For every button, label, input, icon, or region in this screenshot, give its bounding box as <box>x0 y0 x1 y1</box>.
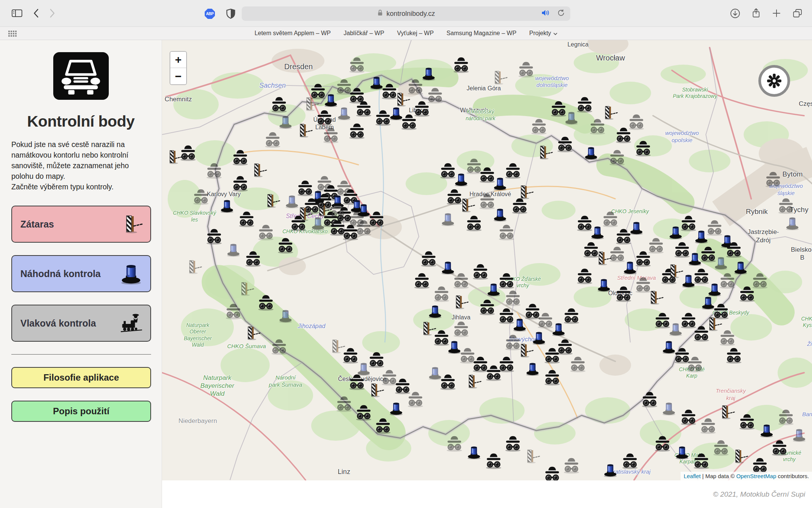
map-marker-spy[interactable] <box>504 162 522 178</box>
map-marker-beacon[interactable] <box>792 427 807 442</box>
map-marker-beacon[interactable] <box>226 243 241 257</box>
map-marker-beacon[interactable] <box>584 146 599 160</box>
bookmark-item[interactable]: Vyťukej – WP <box>397 30 434 37</box>
map-marker-spy[interactable] <box>628 113 645 130</box>
map-marker-spy[interactable] <box>569 356 587 372</box>
map-marker-spy[interactable] <box>725 241 743 258</box>
map-marker-spy[interactable] <box>563 307 580 324</box>
map-marker-spy[interactable] <box>719 329 736 346</box>
map-marker-spy[interactable] <box>179 144 197 161</box>
map-marker-barrier[interactable] <box>466 372 482 390</box>
map-marker-beacon[interactable] <box>733 260 748 274</box>
nahodna-kontrola-button[interactable]: Náhodná kontrola <box>11 255 151 292</box>
map-marker-barrier[interactable] <box>538 143 553 161</box>
map-marker-spy[interactable] <box>556 338 574 355</box>
zoom-out-button[interactable]: − <box>170 68 186 84</box>
map-marker-beacon[interactable] <box>603 463 618 477</box>
map-marker-beacon[interactable] <box>675 445 690 460</box>
vlakova-kontrola-button[interactable]: Vlaková kontrola <box>11 305 151 342</box>
map-marker-beacon[interactable] <box>421 67 436 81</box>
map-marker-spy[interactable] <box>439 373 457 390</box>
zataras-button[interactable]: Zátaras <box>11 206 151 243</box>
map-marker-barrier[interactable] <box>492 68 508 87</box>
map-marker-spy[interactable] <box>504 435 522 452</box>
map-marker-spy[interactable] <box>693 452 710 469</box>
map-marker-spy[interactable] <box>374 417 392 434</box>
map-marker-spy[interactable] <box>621 452 639 469</box>
map-marker-spy[interactable] <box>342 347 359 364</box>
map-marker-spy[interactable] <box>654 435 671 452</box>
map-marker-spy[interactable] <box>556 135 574 152</box>
map-marker-spy[interactable] <box>615 285 632 302</box>
map-marker-spy[interactable] <box>225 303 242 319</box>
map-marker-beacon[interactable] <box>785 216 800 231</box>
map-marker-spy[interactable] <box>686 356 704 372</box>
map-marker-spy[interactable] <box>452 56 470 73</box>
map-marker-spy[interactable] <box>725 347 743 364</box>
map-marker-barrier[interactable] <box>304 95 319 113</box>
map-marker-spy[interactable] <box>270 338 288 355</box>
leaflet-link[interactable]: Leaflet <box>684 473 701 479</box>
map-marker-spy[interactable] <box>232 175 249 192</box>
map-marker-beacon[interactable] <box>278 115 293 129</box>
map-marker-spy[interactable] <box>244 250 262 266</box>
map-marker-beacon[interactable] <box>428 304 443 319</box>
map-marker-spy[interactable] <box>777 197 795 214</box>
filosofie-aplikace-button[interactable]: Filosofie aplikace <box>11 367 151 388</box>
map-marker-spy[interactable] <box>777 409 795 425</box>
map-marker-spy[interactable] <box>232 149 249 165</box>
map-marker-spy[interactable] <box>426 87 444 104</box>
popis-pouziti-button[interactable]: Popis použití <box>11 401 151 422</box>
sidebar-toggle-icon[interactable] <box>11 9 23 18</box>
map-marker-beacon[interactable] <box>564 110 579 125</box>
adblock-abp-icon[interactable]: ABP <box>205 9 215 19</box>
map-marker-spy[interactable] <box>641 391 658 407</box>
map-marker-spy[interactable] <box>205 228 223 245</box>
settings-gear-button[interactable] <box>758 65 790 97</box>
map-marker-beacon[interactable] <box>629 220 644 235</box>
map-marker-spy[interactable] <box>608 149 626 165</box>
map-marker-barrier[interactable] <box>252 161 267 179</box>
map-marker-spy[interactable] <box>479 193 496 209</box>
map-marker-spy[interactable] <box>465 215 483 231</box>
tab-overview-icon[interactable] <box>792 8 803 18</box>
map-marker-spy[interactable] <box>530 118 548 135</box>
map-marker-barrier[interactable] <box>720 403 735 421</box>
map-marker-spy[interactable] <box>485 364 502 381</box>
map-marker-beacon[interactable] <box>310 216 326 231</box>
map-marker-spy[interactable] <box>602 210 619 227</box>
favorites-grid-icon[interactable] <box>8 31 17 37</box>
map-marker-beacon[interactable] <box>713 256 729 270</box>
map-marker-spy[interactable] <box>706 219 723 236</box>
map-marker-spy[interactable] <box>446 435 463 452</box>
share-icon[interactable] <box>752 8 761 19</box>
bookmark-item[interactable]: Letem světem Applem – WP <box>255 30 331 37</box>
map-marker-spy[interactable] <box>472 263 489 280</box>
map-marker-spy[interactable] <box>277 237 294 253</box>
map-marker-spy[interactable] <box>322 127 340 143</box>
map-marker-spy[interactable] <box>257 223 275 240</box>
map-marker-spy[interactable] <box>368 210 385 227</box>
map-marker-spy[interactable] <box>348 373 366 390</box>
map-marker-spy[interactable] <box>498 223 515 240</box>
map-marker-spy[interactable] <box>764 171 782 187</box>
map-marker-beacon[interactable] <box>323 93 338 107</box>
forward-icon[interactable] <box>49 8 56 18</box>
map-marker-spy[interactable] <box>348 122 366 139</box>
map-marker-spy[interactable] <box>504 290 522 306</box>
map-marker-spy[interactable] <box>699 417 717 434</box>
map-marker-spy[interactable] <box>270 96 288 112</box>
map-marker-barrier[interactable] <box>454 293 469 311</box>
map-marker-beacon[interactable] <box>590 225 605 239</box>
new-tab-icon[interactable] <box>772 9 781 18</box>
reload-icon[interactable] <box>557 9 565 19</box>
map-marker-spy[interactable] <box>413 272 431 288</box>
map-marker-spy[interactable] <box>563 457 580 474</box>
map-marker-beacon[interactable] <box>492 177 508 191</box>
map-marker-barrier[interactable] <box>239 280 254 298</box>
map-marker-barrier[interactable] <box>648 289 664 307</box>
map-marker-spy[interactable] <box>680 409 697 425</box>
map-marker-beacon[interactable] <box>337 106 352 120</box>
downloads-icon[interactable] <box>730 8 740 19</box>
bookmark-folder-projekty[interactable]: Projekty <box>529 30 557 37</box>
